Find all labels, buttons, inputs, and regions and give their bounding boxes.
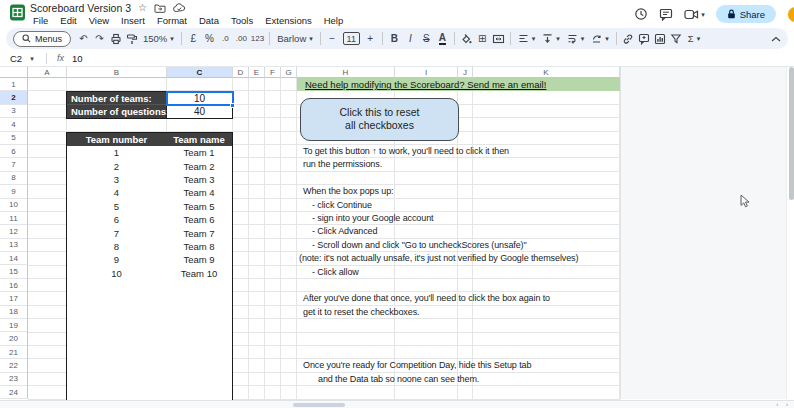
menu-item-extensions[interactable]: Extensions bbox=[260, 14, 316, 27]
column-header-B[interactable]: B bbox=[67, 67, 167, 78]
team-number-cell[interactable]: 6 bbox=[67, 213, 166, 226]
horizontal-scrollbar-thumb[interactable] bbox=[293, 403, 345, 408]
row-header-9[interactable]: 9 bbox=[0, 185, 28, 198]
team-name-cell[interactable]: Team 8 bbox=[166, 240, 232, 253]
note-text-cell[interactable]: (note: it's not actually unsafe, it's ju… bbox=[299, 252, 578, 265]
column-header-A[interactable]: A bbox=[28, 67, 67, 78]
version-history-icon[interactable] bbox=[634, 7, 648, 21]
note-text-cell[interactable]: - Click Advanced bbox=[312, 225, 377, 238]
setting-value-cell[interactable]: 10 bbox=[167, 92, 232, 105]
column-header-C[interactable]: C bbox=[167, 67, 233, 78]
fill-color-button[interactable] bbox=[459, 30, 474, 47]
note-text-cell[interactable]: To get this button ↑ to work, you'll nee… bbox=[303, 145, 509, 158]
team-row[interactable]: 3Team 3 bbox=[67, 173, 232, 186]
select-all-corner[interactable] bbox=[0, 67, 28, 78]
column-header-F[interactable]: F bbox=[265, 67, 281, 78]
row-header-14[interactable]: 14 bbox=[0, 252, 28, 265]
column-header-G[interactable]: G bbox=[281, 67, 297, 78]
increase-font-size-button[interactable]: + bbox=[363, 30, 378, 47]
team-number-cell[interactable]: 7 bbox=[67, 226, 166, 239]
team-name-cell[interactable]: Team 9 bbox=[166, 253, 232, 266]
team-number-cell[interactable]: 2 bbox=[67, 159, 166, 172]
cell-name-box[interactable]: C2 ▾ bbox=[0, 53, 46, 64]
insert-comment-button[interactable] bbox=[637, 30, 652, 47]
row-header-17[interactable]: 17 bbox=[0, 292, 28, 305]
column-header[interactable]: Team number bbox=[67, 133, 166, 146]
decrease-decimal-button[interactable]: .0 bbox=[218, 30, 233, 47]
column-header[interactable]: Team name bbox=[166, 133, 232, 146]
text-rotation-button[interactable]: ▾ bbox=[588, 33, 612, 44]
paint-format-button[interactable] bbox=[124, 30, 139, 47]
borders-button[interactable]: ⊞ bbox=[475, 30, 490, 47]
note-text-cell[interactable]: - Scroll down and click "Go to uncheckSc… bbox=[312, 239, 527, 252]
column-header-I[interactable]: I bbox=[395, 67, 458, 78]
vertical-scrollbar-thumb[interactable] bbox=[789, 67, 794, 200]
note-text-cell[interactable]: When the box pops up: bbox=[303, 185, 393, 198]
row-header-7[interactable]: 7 bbox=[0, 158, 28, 171]
team-name-cell[interactable]: Team 1 bbox=[166, 146, 232, 159]
team-row[interactable]: 4Team 4 bbox=[67, 186, 232, 199]
scroll-arrows[interactable]: ‹ › bbox=[776, 401, 791, 407]
row-header-6[interactable]: 6 bbox=[0, 145, 28, 158]
menu-item-view[interactable]: View bbox=[84, 14, 114, 27]
horizontal-align-button[interactable]: ▾ bbox=[515, 33, 539, 44]
row-header-12[interactable]: 12 bbox=[0, 225, 28, 238]
sheets-logo-icon[interactable] bbox=[9, 4, 26, 21]
team-number-cell[interactable]: 5 bbox=[67, 200, 166, 213]
team-name-cell[interactable]: Team 7 bbox=[166, 226, 232, 239]
help-banner-cell[interactable]: Need help modifying the Scoreboard? Send… bbox=[297, 78, 620, 91]
team-name-cell[interactable]: Team 10 bbox=[166, 267, 232, 280]
note-text-cell[interactable]: Once you're ready for Competition Day, h… bbox=[303, 359, 531, 372]
note-text-cell[interactable]: - Click allow bbox=[312, 266, 359, 279]
team-name-cell[interactable]: Team 3 bbox=[166, 173, 232, 186]
team-name-cell[interactable]: Team 6 bbox=[166, 213, 232, 226]
star-icon[interactable]: ☆ bbox=[138, 3, 147, 13]
currency-format-button[interactable]: £ bbox=[186, 30, 201, 47]
team-number-cell[interactable]: 8 bbox=[67, 240, 166, 253]
insert-link-button[interactable] bbox=[621, 30, 636, 47]
note-text-cell[interactable]: run the permissions. bbox=[303, 158, 382, 171]
decrease-font-size-button[interactable]: − bbox=[325, 30, 340, 47]
text-color-button[interactable]: A bbox=[435, 30, 450, 47]
row-header-1[interactable]: 1 bbox=[0, 78, 28, 91]
menu-item-file[interactable]: File bbox=[28, 14, 53, 27]
vertical-scrollbar[interactable] bbox=[786, 67, 794, 399]
note-text-cell[interactable]: get it to reset the checkboxes. bbox=[303, 306, 419, 319]
row-header-3[interactable]: 3 bbox=[0, 105, 28, 118]
row-header-19[interactable]: 19 bbox=[0, 319, 28, 332]
formula-input[interactable]: 10 bbox=[72, 53, 83, 64]
row-header-18[interactable]: 18 bbox=[0, 306, 28, 319]
text-wrap-button[interactable]: ▾ bbox=[564, 33, 588, 44]
menu-item-format[interactable]: Format bbox=[152, 14, 192, 27]
font-family-selector[interactable]: Barlow ▾ bbox=[274, 33, 316, 44]
team-number-cell[interactable]: 1 bbox=[67, 146, 166, 159]
column-header-J[interactable]: J bbox=[458, 67, 473, 78]
strikethrough-button[interactable]: S bbox=[419, 30, 434, 47]
team-number-cell[interactable]: 9 bbox=[67, 253, 166, 266]
merge-cells-button[interactable] bbox=[491, 30, 506, 47]
row-header-22[interactable]: 22 bbox=[0, 359, 28, 372]
team-row[interactable]: 5Team 5 bbox=[67, 200, 232, 213]
bold-button[interactable]: B bbox=[387, 30, 402, 47]
row-header-15[interactable]: 15 bbox=[0, 265, 28, 278]
font-size-input[interactable]: 11 bbox=[343, 32, 360, 45]
zoom-selector[interactable]: 150% ▾ bbox=[140, 33, 177, 44]
note-text-cell[interactable]: - sign into your Google account bbox=[312, 212, 433, 225]
undo-button[interactable]: ↶ bbox=[76, 30, 91, 47]
print-button[interactable] bbox=[108, 30, 123, 47]
note-text-cell[interactable]: After you've done that once, you'll need… bbox=[303, 292, 550, 305]
document-title[interactable]: Scoreboard Version 3 bbox=[30, 2, 131, 14]
column-header-E[interactable]: E bbox=[249, 67, 265, 78]
move-folder-icon[interactable] bbox=[154, 3, 166, 13]
setting-label-cell[interactable]: Number of questions: bbox=[67, 105, 167, 118]
spreadsheet-grid[interactable]: Need help modifying the Scoreboard? Send… bbox=[28, 78, 620, 400]
row-header-10[interactable]: 10 bbox=[0, 199, 28, 212]
redo-button[interactable]: ↷ bbox=[92, 30, 107, 47]
vertical-align-button[interactable]: ▾ bbox=[539, 33, 563, 44]
note-text-cell[interactable]: and the Data tab so noone can see them. bbox=[318, 373, 479, 386]
menu-item-edit[interactable]: Edit bbox=[55, 14, 81, 27]
menus-search-button[interactable]: Menus bbox=[13, 31, 71, 47]
functions-button[interactable]: Σ ▾ bbox=[685, 33, 703, 44]
team-row[interactable]: 10Team 10 bbox=[67, 267, 232, 280]
row-header-20[interactable]: 20 bbox=[0, 332, 28, 345]
